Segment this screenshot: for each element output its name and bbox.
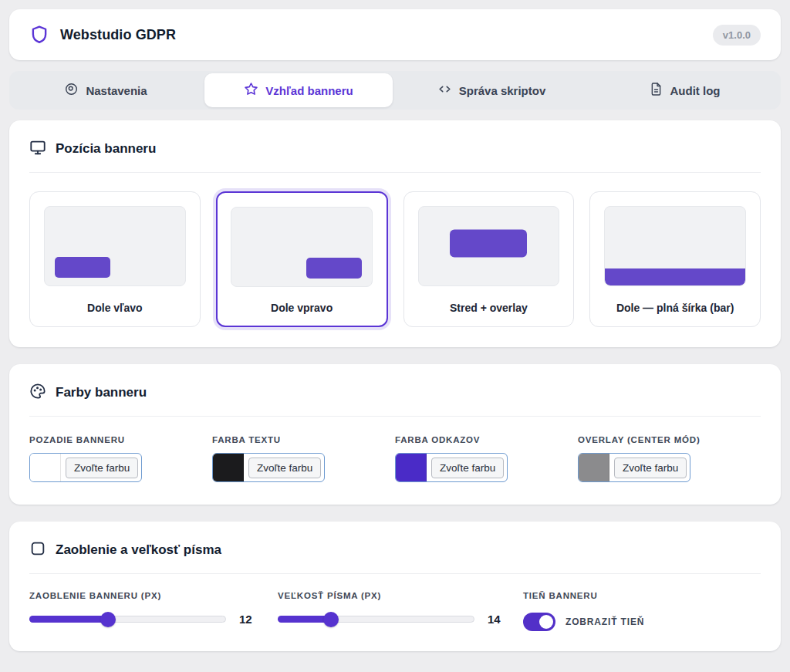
position-option-bottom-left[interactable]: Dole vľavo [29, 191, 201, 327]
rounded-square-icon [29, 540, 46, 560]
section-title: Farby banneru [56, 385, 147, 400]
star-icon [244, 82, 258, 99]
tab-audit-log[interactable]: Audit log [590, 73, 778, 107]
font-size-value: 14 [488, 613, 501, 626]
position-preview [418, 206, 560, 286]
slider-thumb[interactable] [100, 612, 116, 627]
page-title: Webstudio GDPR [60, 27, 176, 43]
tab-vzhlad-banneru[interactable]: Vzhľad banneru [204, 73, 393, 107]
color-swatch [30, 454, 61, 481]
mini-banner [450, 229, 527, 257]
position-option-label: Dole — plná šírka (bar) [604, 294, 746, 314]
font-slider-row: 14 [278, 613, 523, 626]
divider [29, 573, 761, 574]
toggle-knob [539, 615, 553, 629]
tab-label: Správa skriptov [459, 84, 546, 97]
mini-banner [605, 268, 745, 285]
section-title: Zaoblenie a veľkosť písma [56, 542, 221, 558]
color-picker-links[interactable]: Zvoľte farbu [395, 453, 508, 482]
monitor-icon [29, 139, 46, 159]
radius-slider[interactable] [29, 616, 226, 623]
field-label: FARBA ODKAZOV [395, 435, 578, 444]
field-label: ZAOBLENIE BANNERU (PX) [29, 591, 278, 600]
field-label: TIEŇ BANNERU [523, 591, 761, 600]
tab-label: Audit log [670, 84, 721, 97]
position-option-label: Dole vpravo [231, 294, 373, 314]
position-options: Dole vľavo Dole vpravo Stred + overlay D… [29, 191, 761, 327]
color-swatch [213, 454, 244, 481]
choose-color-button[interactable]: Zvoľte farbu [66, 458, 138, 478]
position-option-label: Dole vľavo [44, 294, 186, 314]
field-label: OVERLAY (CENTER MÓD) [578, 435, 761, 444]
slider-fill [29, 616, 110, 623]
position-preview [604, 206, 746, 286]
shadow-control: TIEŇ BANNERU ZOBRAZIŤ TIEŇ [523, 591, 761, 631]
color-field-text: FARBA TEXTU Zvoľte farbu [212, 435, 395, 485]
position-option-full-width-bar[interactable]: Dole — plná šírka (bar) [589, 191, 761, 327]
color-field-background: POZADIE BANNERU Zvoľte farbu [29, 435, 212, 485]
tab-sprava-skriptov[interactable]: Správa skriptov [397, 73, 586, 107]
shield-icon [29, 24, 49, 46]
position-preview [44, 206, 186, 286]
tab-bar: Nastavenia Vzhľad banneru Správa skripto… [9, 71, 781, 110]
choose-color-button[interactable]: Zvoľte farbu [431, 458, 504, 478]
color-picker-overlay[interactable]: Zvoľte farbu [578, 453, 690, 482]
shadow-toggle[interactable] [523, 613, 555, 631]
divider [29, 172, 761, 173]
color-fields: POZADIE BANNERU Zvoľte farbu FARBA TEXTU… [29, 435, 761, 485]
style-section-header: Zaoblenie a veľkosť písma [29, 540, 761, 573]
tab-nastavenia[interactable]: Nastavenia [12, 73, 200, 107]
file-text-icon [649, 82, 663, 99]
shadow-toggle-row: ZOBRAZIŤ TIEŇ [523, 613, 761, 631]
radius-value: 12 [239, 613, 252, 626]
radius-slider-row: 12 [29, 613, 278, 626]
colors-section-header: Farby banneru [29, 383, 761, 416]
field-label: VEĽKOSŤ PÍSMA (PX) [278, 591, 523, 600]
color-swatch [579, 454, 609, 481]
code-icon [437, 82, 452, 99]
position-option-bottom-right[interactable]: Dole vpravo [216, 191, 388, 327]
choose-color-button[interactable]: Zvoľte farbu [248, 458, 321, 478]
color-swatch [396, 454, 427, 481]
field-label: POZADIE BANNERU [29, 435, 212, 444]
page: Webstudio GDPR v1.0.0 Nastavenia Vzhľad … [0, 0, 790, 660]
tab-label: Vzhľad banneru [265, 84, 353, 97]
position-section-header: Pozícia banneru [29, 139, 761, 172]
field-label: FARBA TEXTU [212, 435, 395, 444]
radius-control: ZAOBLENIE BANNERU (PX) 12 [29, 591, 278, 631]
font-size-control: VEĽKOSŤ PÍSMA (PX) 14 [278, 591, 523, 631]
mini-banner [55, 257, 110, 278]
position-section: Pozícia banneru Dole vľavo Dole vpravo S… [9, 120, 781, 347]
shadow-toggle-state-label: ZOBRAZIŤ TIEŇ [565, 616, 644, 627]
version-badge: v1.0.0 [713, 25, 761, 46]
style-section: Zaoblenie a veľkosť písma ZAOBLENIE BANN… [9, 522, 781, 651]
color-field-overlay: OVERLAY (CENTER MÓD) Zvoľte farbu [578, 435, 761, 485]
style-controls: ZAOBLENIE BANNERU (PX) 12 VEĽKOSŤ PÍSMA … [29, 591, 761, 631]
position-option-center-overlay[interactable]: Stred + overlay [403, 191, 575, 327]
position-preview [231, 207, 373, 287]
font-size-slider[interactable] [278, 616, 474, 623]
colors-section: Farby banneru POZADIE BANNERU Zvoľte far… [9, 364, 781, 505]
choose-color-button[interactable]: Zvoľte farbu [614, 458, 687, 478]
mini-banner [306, 258, 362, 279]
color-field-links: FARBA ODKAZOV Zvoľte farbu [395, 435, 578, 485]
color-picker-background[interactable]: Zvoľte farbu [29, 453, 142, 482]
divider [29, 416, 761, 417]
tab-label: Nastavenia [86, 84, 147, 97]
slider-thumb[interactable] [323, 612, 339, 627]
section-title: Pozícia banneru [56, 141, 156, 157]
palette-icon [29, 383, 46, 403]
circle-dot-icon [64, 82, 79, 99]
position-option-label: Stred + overlay [418, 294, 560, 314]
color-picker-text[interactable]: Zvoľte farbu [212, 453, 325, 482]
app-header: Webstudio GDPR v1.0.0 [9, 9, 781, 60]
